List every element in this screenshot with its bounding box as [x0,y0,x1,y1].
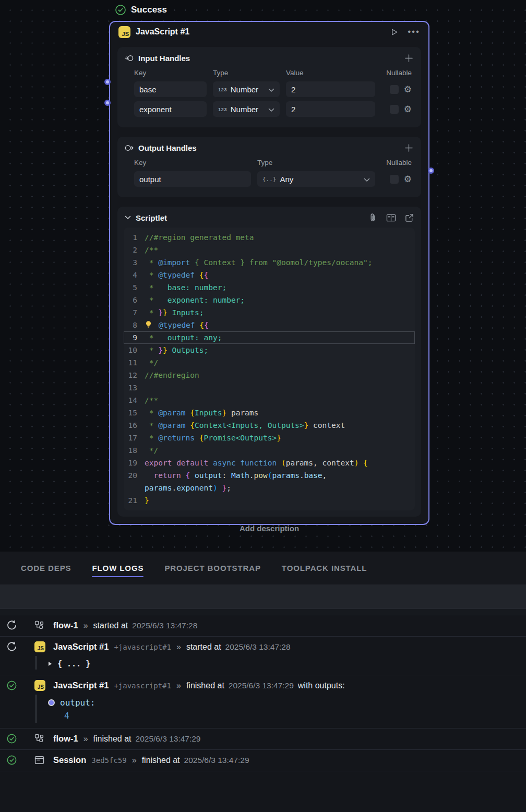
line-number: 19 [124,457,145,469]
chevron-down-icon[interactable] [364,178,370,182]
key-input[interactable]: exponent [134,101,207,117]
flow-logs-panel: flow-1»started at2025/6/3 13:47:28JSJava… [0,608,526,812]
code-line-21: 21} [124,494,415,507]
log-timestamp: 2025/6/3 13:47:29 [229,681,294,690]
log-timestamp: 2025/6/3 13:47:28 [225,642,291,652]
more-options-button[interactable]: ••• [408,27,420,37]
code-line-15: 15 * @param {Inputs} params [124,407,415,419]
log-subtitle: +javascript#1 [114,643,171,651]
scriptlet-title: Scriptlet [136,213,167,222]
line-number: 17 [124,432,145,444]
type-select[interactable]: {..} Any [257,171,375,187]
session-icon [34,756,44,765]
nullable-checkbox[interactable] [390,175,399,184]
log-title: flow-1 [53,734,78,744]
column-header-type: Type [257,159,375,166]
line-number: 1 [124,231,145,244]
code-line-7: 7 * }} Inputs; [124,306,415,319]
column-header-nullable: Nullable [381,69,412,77]
log-suffix: with outputs: [298,681,345,690]
key-input[interactable]: output [134,171,251,187]
caret-right-icon[interactable] [48,661,52,666]
log-action: started at [186,642,221,652]
output-port-output[interactable] [428,168,434,174]
type-glyph-icon: {..} [262,176,277,182]
add-output-handle-button[interactable] [404,143,414,153]
code-line-wrap: params.exponent) }; [124,482,415,494]
collapse-chevron-icon[interactable] [125,216,131,220]
tab-flow-logs[interactable]: FLOW LOGS [92,552,144,584]
output-handle-icon [125,144,134,152]
code-line-20: 20 return { output: Math.pow(params.base… [124,469,415,482]
status-label: Success [131,5,167,15]
status-badge: Success [115,4,167,16]
log-separator: » [176,681,181,690]
log-row-4: flow-1»finished at2025/6/3 13:47:29 [0,729,526,750]
flow-icon [34,620,44,630]
line-number: 5 [124,281,145,294]
log-action: started at [93,621,128,630]
output-value: 4 [64,711,520,721]
nullable-checkbox[interactable] [390,85,399,94]
line-number: 11 [124,356,145,369]
code-line-4: 4 * @typedef {{ [124,269,415,281]
line-number: 3 [124,256,145,269]
chevron-down-icon[interactable] [268,108,274,112]
key-input[interactable]: base [134,81,207,97]
code-editor[interactable]: 1//#region generated meta2/**3 * @import… [124,228,415,510]
code-line-19: 19export default async function (params,… [124,457,415,469]
output-label: output: [60,698,95,708]
settings-gear-icon[interactable]: ⚙ [404,105,412,114]
line-number: 9 [124,331,145,344]
tab-code-deps[interactable]: CODE DEPS [21,552,71,584]
line-number: 4 [124,269,145,281]
code-line-8: 8 @typedef {{ [124,319,415,331]
node-javascript-1[interactable]: JS JavaScript #1 ••• Input Handles KeyTy… [109,21,429,525]
input-handles-section: Input Handles KeyTypeValueNullable base … [117,47,421,127]
value-input[interactable]: 2 [286,81,375,97]
type-select[interactable]: 123 Number [213,81,280,97]
log-subtitle: +javascript#1 [114,682,171,690]
tab-bar: CODE DEPSFLOW LOGSPROJECT BOOTSTRAPTOOLP… [0,552,526,584]
output-columns-header: KeyTypeNullable [124,159,415,166]
log-timestamp: 2025/6/3 13:47:29 [136,734,201,744]
input-port-base[interactable] [104,79,111,85]
attachment-icon[interactable] [368,213,377,222]
line-number: 14 [124,394,145,407]
log-row-3: JSJavaScript #1+javascript#1»finished at… [0,675,526,729]
output-handles-section: Output Handles KeyTypeNullable output {.… [117,137,421,197]
log-list-spacer [0,608,526,615]
run-node-button[interactable] [389,27,399,37]
add-description-button[interactable]: Add description [109,524,429,533]
log-separator: » [83,734,88,744]
log-title: Session [53,755,86,765]
settings-gear-icon[interactable]: ⚙ [404,175,412,184]
output-handles-title: Output Handles [138,144,197,152]
line-number: 7 [124,306,145,319]
docs-book-icon[interactable] [386,213,396,222]
line-number: 15 [124,407,145,419]
scriptlet-section: Scriptlet 1//#region generated meta2/**3… [117,207,421,517]
log-action: finished at [142,756,180,765]
nullable-checkbox[interactable] [390,105,399,114]
input-handle-row-base: base 123 Number 2 ⚙ [124,81,415,97]
input-port-exponent[interactable] [104,100,111,106]
open-external-icon[interactable] [405,213,414,222]
log-separator: » [83,621,88,630]
flow-canvas[interactable]: Success JS JavaScript #1 ••• Input Handl… [0,0,526,552]
line-number: 18 [124,444,145,457]
lightbulb-icon[interactable] [145,320,153,329]
success-check-icon [6,733,17,744]
type-select[interactable]: 123 Number [213,101,280,117]
value-input[interactable]: 2 [286,101,375,117]
input-columns-header: KeyTypeValueNullable [124,69,415,77]
chevron-down-icon[interactable] [268,88,274,92]
add-input-handle-button[interactable] [404,53,414,63]
settings-gear-icon[interactable]: ⚙ [404,85,412,94]
code-line-18: 18 */ [124,444,415,457]
tab-project-bootstrap[interactable]: PROJECT BOOTSTRAP [164,552,260,584]
code-line-2: 2/** [124,244,415,256]
tab-toolpack-install[interactable]: TOOLPACK INSTALL [282,552,367,584]
log-expand-toggle[interactable]: { ... } [48,659,520,668]
type-value: Any [280,175,294,184]
